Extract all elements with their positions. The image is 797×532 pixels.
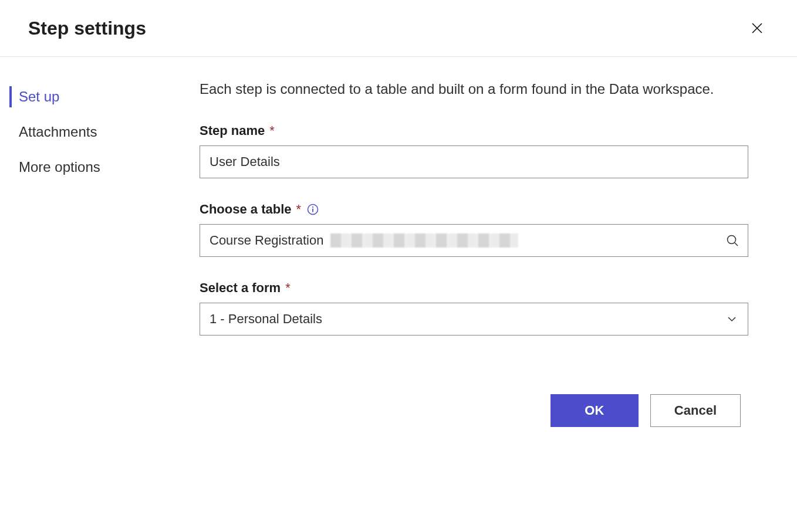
sidebar-item-setup[interactable]: Set up [0, 79, 200, 114]
dialog-title: Step settings [28, 18, 146, 39]
choose-table-lookup[interactable]: Course Registration [200, 224, 748, 257]
required-marker: * [269, 123, 275, 138]
field-label-step-name: Step name * [200, 123, 769, 138]
required-marker: * [296, 202, 301, 217]
choose-table-value: Course Registration [200, 224, 748, 257]
sidebar-item-attachments[interactable]: Attachments [0, 114, 200, 150]
ok-button[interactable]: OK [551, 394, 639, 427]
step-name-input[interactable] [200, 145, 748, 178]
select-form-dropdown[interactable]: 1 - Personal Details [200, 303, 748, 336]
dialog-footer: OK Cancel [200, 371, 769, 450]
table-name-text: Course Registration [210, 233, 323, 248]
field-label-select-form: Select a form * [200, 280, 769, 296]
label-text: Step name [200, 123, 265, 138]
close-icon [750, 21, 764, 35]
select-form-value: 1 - Personal Details [200, 303, 748, 336]
close-button[interactable] [745, 16, 769, 40]
sidebar-item-more-options[interactable]: More options [0, 150, 200, 185]
redacted-text [330, 233, 518, 248]
label-text: Choose a table [200, 202, 291, 217]
dialog-header: Step settings [0, 0, 797, 57]
label-text: Select a form [200, 280, 281, 296]
field-choose-table: Choose a table * Course Registration [200, 202, 769, 257]
field-select-form: Select a form * 1 - Personal Details [200, 280, 769, 336]
sidebar-item-label: Attachments [19, 124, 97, 140]
svg-point-1 [312, 206, 313, 208]
sidebar-item-label: Set up [19, 89, 59, 104]
info-icon[interactable] [307, 204, 319, 215]
sidebar-nav: Set up Attachments More options [0, 79, 200, 450]
cancel-button[interactable]: Cancel [650, 394, 741, 427]
sidebar-item-label: More options [19, 159, 100, 175]
dialog-body: Set up Attachments More options Each ste… [0, 57, 797, 450]
main-panel: Each step is connected to a table and bu… [200, 79, 797, 450]
svg-rect-2 [312, 208, 313, 212]
field-label-choose-table: Choose a table * [200, 202, 769, 217]
panel-description: Each step is connected to a table and bu… [200, 79, 739, 100]
field-step-name: Step name * [200, 123, 769, 178]
required-marker: * [285, 280, 291, 296]
